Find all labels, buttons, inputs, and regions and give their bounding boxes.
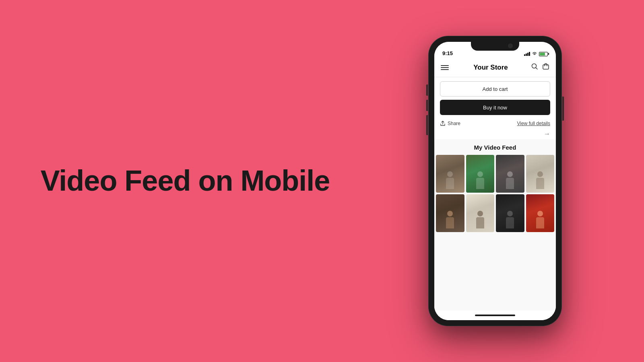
right-arrow-icon[interactable]: →	[544, 130, 550, 138]
phone-buttons-left	[426, 84, 428, 135]
person-silhouette-6	[476, 211, 484, 228]
person-silhouette-2	[476, 171, 484, 189]
person-body	[446, 178, 454, 189]
person-body	[506, 178, 514, 189]
cart-icon[interactable]	[542, 63, 549, 72]
arrow-row: →	[434, 129, 556, 139]
share-label: Share	[448, 121, 460, 126]
store-title: Your Store	[450, 64, 531, 72]
hamburger-line-1	[441, 65, 449, 66]
signal-icon	[524, 52, 530, 56]
phone-buttons-right	[562, 97, 564, 121]
person-head	[477, 171, 483, 177]
share-icon	[440, 121, 446, 126]
svg-point-0	[532, 64, 537, 68]
person-silhouette-1	[446, 171, 454, 189]
thumb-inner-3	[496, 155, 524, 193]
hamburger-menu-icon[interactable]	[441, 65, 450, 70]
person-head	[447, 211, 453, 216]
video-thumbnail-5[interactable]	[436, 194, 464, 232]
video-thumbnail-3[interactable]	[496, 155, 524, 193]
svg-rect-2	[543, 65, 549, 69]
right-section: 9:15	[370, 36, 644, 326]
power-button	[562, 97, 564, 121]
person-silhouette-3	[506, 171, 514, 189]
status-time: 9:15	[442, 50, 453, 56]
person-silhouette-8	[536, 211, 544, 228]
volume-down-button	[426, 100, 428, 111]
person-head	[537, 211, 543, 216]
phone-screen: 9:15	[434, 42, 556, 320]
thumb-inner-7	[496, 194, 524, 232]
video-thumbnail-2[interactable]	[466, 155, 495, 193]
phone-frame: 9:15	[429, 36, 561, 326]
nav-icons	[531, 63, 549, 72]
person-silhouette-4	[536, 171, 544, 189]
thumb-inner-6	[466, 194, 495, 232]
person-body	[476, 217, 484, 228]
silent-button	[426, 115, 428, 135]
wifi-icon	[532, 51, 537, 56]
video-grid	[434, 155, 556, 232]
video-feed-title: My Video Feed	[434, 139, 556, 155]
person-head	[507, 211, 513, 216]
buy-now-button[interactable]: Buy it now	[440, 100, 550, 115]
view-full-details-link[interactable]: View full details	[517, 121, 551, 126]
share-button[interactable]: Share	[440, 121, 460, 126]
video-thumbnail-6[interactable]	[466, 194, 495, 232]
person-body	[476, 178, 484, 189]
thumb-inner-1	[436, 155, 464, 193]
screen-content: Add to cart Buy it now Share View full d…	[434, 77, 556, 320]
home-bar	[475, 315, 515, 316]
hamburger-line-2	[441, 67, 449, 68]
hero-title: Video Feed on Mobile	[41, 165, 330, 197]
search-icon[interactable]	[531, 63, 538, 72]
person-silhouette-7	[506, 211, 514, 228]
person-body	[446, 217, 454, 228]
left-section: Video Feed on Mobile	[0, 149, 370, 213]
nav-bar: Your Store	[434, 58, 556, 77]
battery-fill	[540, 53, 545, 56]
thumb-inner-2	[466, 155, 495, 193]
add-to-cart-button[interactable]: Add to cart	[440, 81, 550, 97]
signal-bar-1	[524, 54, 525, 56]
hamburger-line-3	[441, 69, 449, 70]
person-body	[536, 178, 544, 189]
status-bar: 9:15	[434, 42, 556, 58]
person-silhouette-5	[446, 211, 454, 228]
status-icons	[524, 51, 548, 56]
buttons-section: Add to cart Buy it now	[434, 77, 556, 118]
person-body	[506, 217, 514, 228]
person-body	[536, 217, 544, 228]
video-thumbnail-4[interactable]	[526, 155, 555, 193]
volume-up-button	[426, 84, 428, 96]
share-row: Share View full details	[434, 118, 556, 129]
signal-bar-3	[527, 53, 528, 56]
video-thumbnail-1[interactable]	[436, 155, 464, 193]
signal-bar-2	[526, 53, 527, 56]
thumb-inner-4	[526, 155, 555, 193]
person-head	[447, 171, 453, 177]
video-thumbnail-7[interactable]	[496, 194, 524, 232]
thumb-inner-8	[526, 194, 555, 232]
battery-icon	[539, 52, 548, 56]
svg-line-1	[536, 68, 538, 70]
video-thumbnail-8[interactable]	[526, 194, 555, 232]
person-head	[537, 171, 543, 177]
video-feed-section: My Video Feed	[434, 139, 556, 311]
home-indicator	[434, 311, 556, 320]
thumb-inner-5	[436, 194, 464, 232]
signal-bar-4	[529, 52, 530, 56]
person-head	[507, 171, 513, 177]
person-head	[477, 211, 483, 216]
